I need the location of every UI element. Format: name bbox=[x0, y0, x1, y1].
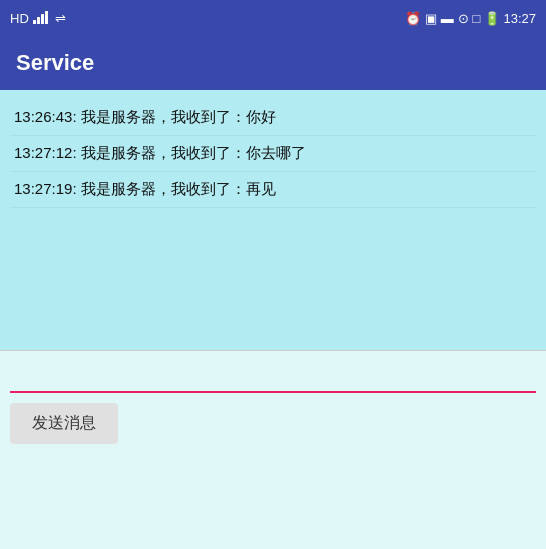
messages-area: 13:26:43: 我是服务器，我收到了：你好 13:27:12: 我是服务器，… bbox=[0, 90, 546, 350]
time-display: ⊙ □ 🔋 13:27 bbox=[458, 11, 536, 26]
message-input[interactable] bbox=[10, 361, 536, 393]
status-bar: HD ⇌ ⏰ ▣ ▬ ⊙ □ 🔋 13:27 bbox=[0, 0, 546, 36]
usb-icon: ⇌ bbox=[55, 11, 66, 26]
svg-rect-0 bbox=[33, 20, 36, 24]
battery-icon: ▬ bbox=[441, 11, 454, 26]
input-area: 发送消息 bbox=[0, 350, 546, 450]
signal-icon bbox=[33, 10, 51, 27]
send-button[interactable]: 发送消息 bbox=[10, 403, 118, 444]
list-item: 13:27:19: 我是服务器，我收到了：再见 bbox=[10, 172, 536, 208]
svg-rect-1 bbox=[37, 17, 40, 24]
svg-rect-2 bbox=[41, 14, 44, 24]
list-item: 13:26:43: 我是服务器，我收到了：你好 bbox=[10, 100, 536, 136]
status-left: HD ⇌ bbox=[10, 10, 66, 27]
svg-rect-3 bbox=[45, 11, 48, 24]
media-icon: ▣ bbox=[425, 11, 437, 26]
list-item: 13:27:12: 我是服务器，我收到了：你去哪了 bbox=[10, 136, 536, 172]
network-indicator: HD bbox=[10, 11, 29, 26]
status-right: ⏰ ▣ ▬ ⊙ □ 🔋 13:27 bbox=[405, 11, 536, 26]
app-header: Service bbox=[0, 36, 546, 90]
page-title: Service bbox=[16, 50, 94, 75]
alarm-icon: ⏰ bbox=[405, 11, 421, 26]
